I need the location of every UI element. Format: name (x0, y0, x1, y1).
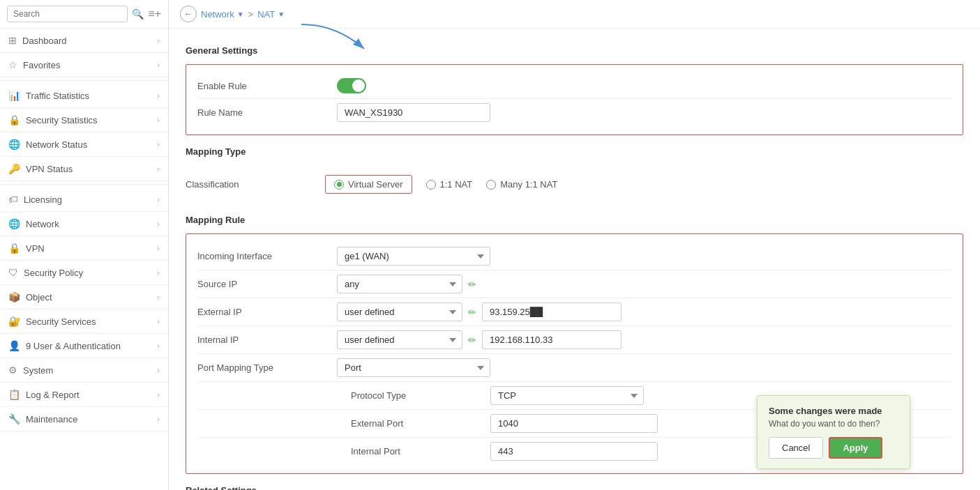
rule-name-label: Rule Name (197, 107, 337, 118)
menu-icon[interactable]: ≡+ (148, 8, 161, 20)
search-icon-button[interactable]: 🔍 (132, 8, 144, 20)
internal-ip-row: Internal IP user defined ✏ (197, 326, 951, 353)
classification-options: Virtual Server 1:1 NAT Many 1:1 NAT (325, 169, 963, 199)
sidebar-item-network-status[interactable]: 🌐Network Status› (0, 132, 168, 157)
dashboard-icon: ⊞ (8, 35, 17, 46)
sidebar-label-object: Object (26, 292, 157, 303)
maintenance-icon: 🔧 (8, 413, 20, 424)
port-mapping-select[interactable]: Port (337, 358, 490, 377)
chevron-icon-log-report: › (157, 390, 160, 399)
sidebar-item-security-statistics[interactable]: 🔒Security Statistics› (0, 108, 168, 132)
sidebar-item-vpn[interactable]: 🔒VPN› (0, 236, 168, 261)
apply-button[interactable]: Apply (829, 437, 882, 459)
chevron-icon-user-authentication: › (157, 342, 160, 350)
popup-subtitle: What do you want to do then? (769, 419, 898, 429)
radio-dot-virtual-server (334, 180, 344, 190)
toggle-track (337, 78, 366, 93)
traffic-statistics-icon: 📊 (8, 90, 20, 101)
external-ip-edit-icon[interactable]: ✏ (468, 307, 476, 318)
back-button[interactable]: ← (180, 6, 197, 22)
breadcrumb-network[interactable]: Network ▼ (201, 9, 244, 20)
enable-rule-toggle[interactable] (337, 78, 366, 93)
sidebar-label-user-authentication: 9 User & Authentication (26, 341, 157, 351)
mapping-rule-title: Mapping Rule (186, 215, 963, 225)
enable-rule-row: Enable Rule (197, 73, 951, 98)
sidebar-item-favorites[interactable]: ☆Favorites› (0, 53, 168, 77)
sidebar-item-security-policy[interactable]: 🛡Security Policy› (0, 261, 168, 285)
chevron-icon-network: › (157, 220, 160, 228)
sidebar-label-traffic-statistics: Traffic Statistics (26, 91, 157, 101)
external-port-input[interactable] (490, 414, 658, 433)
security-policy-icon: 🛡 (8, 267, 18, 278)
sidebar-label-dashboard: Dashboard (22, 36, 157, 46)
sidebar-label-system: System (23, 365, 157, 376)
chevron-icon-dashboard: › (157, 36, 160, 45)
source-ip-select[interactable]: any (337, 275, 462, 293)
incoming-interface-select[interactable]: ge1 (WAN) (337, 247, 490, 266)
chevron-icon-network-status: › (157, 140, 160, 148)
internal-ip-select[interactable]: user defined (337, 330, 462, 349)
enable-rule-label: Enable Rule (197, 81, 337, 91)
protocol-type-select[interactable]: TCP (490, 386, 644, 405)
classification-row: Classification Virtual Server 1:1 NAT Ma… (186, 165, 963, 204)
licensing-icon: 🏷 (8, 194, 18, 205)
chevron-icon-traffic-statistics: › (157, 91, 160, 100)
radio-1-1-nat[interactable]: 1:1 NAT (426, 179, 473, 190)
rule-name-input[interactable] (337, 103, 490, 122)
network-icon: 🌐 (8, 218, 20, 229)
external-ip-label: External IP (197, 307, 337, 317)
sidebar-item-vpn-status[interactable]: 🔑VPN Status› (0, 157, 168, 181)
radio-virtual-server[interactable]: Virtual Server (325, 175, 412, 194)
radio-label-virtual-server: Virtual Server (348, 179, 403, 190)
chevron-down-icon: ▼ (237, 10, 244, 18)
breadcrumb-nat[interactable]: NAT ▼ (257, 9, 285, 20)
sidebar-item-log-report[interactable]: 📋Log & Report› (0, 383, 168, 407)
vpn-icon: 🔒 (8, 243, 20, 254)
protocol-type-label: Protocol Type (351, 390, 490, 401)
general-settings-box: Enable Rule Rule Name (186, 64, 963, 135)
external-ip-select[interactable]: user defined (337, 303, 462, 321)
chevron-icon-maintenance: › (157, 415, 160, 423)
sidebar-item-network[interactable]: 🌐Network› (0, 212, 168, 236)
sidebar-item-security-services[interactable]: 🔐Security Services› (0, 309, 168, 334)
sidebar-item-maintenance[interactable]: 🔧Maintenance› (0, 407, 168, 431)
internal-ip-input[interactable] (482, 330, 621, 349)
sidebar-label-security-services: Security Services (26, 316, 157, 327)
internal-ip-edit-icon[interactable]: ✏ (468, 335, 476, 346)
sidebar-label-network-status: Network Status (26, 139, 157, 150)
sidebar-item-system[interactable]: ⚙System› (0, 358, 168, 383)
search-input[interactable] (7, 6, 128, 22)
sidebar-item-dashboard[interactable]: ⊞Dashboard› (0, 29, 168, 53)
internal-port-label: Internal Port (351, 446, 490, 457)
source-ip-edit-icon[interactable]: ✏ (468, 279, 476, 290)
sidebar-item-object[interactable]: 📦Object› (0, 285, 168, 309)
radio-many-1-1-nat[interactable]: Many 1:1 NAT (486, 179, 557, 190)
port-mapping-label: Port Mapping Type (197, 362, 337, 373)
sidebar-divider (0, 184, 168, 185)
breadcrumb-separator: > (248, 9, 254, 20)
sidebar-label-vpn-status: VPN Status (26, 164, 157, 174)
cancel-button[interactable]: Cancel (769, 437, 823, 459)
internal-port-input[interactable] (490, 442, 658, 461)
sidebar-label-favorites: Favorites (23, 60, 157, 70)
popup-buttons: Cancel Apply (769, 437, 898, 459)
chevron-icon-security-services: › (157, 317, 160, 326)
system-icon: ⚙ (8, 365, 17, 376)
sidebar-label-licensing: Licensing (24, 194, 157, 205)
sidebar-item-traffic-statistics[interactable]: 📊Traffic Statistics› (0, 84, 168, 108)
vpn-status-icon: 🔑 (8, 163, 20, 174)
chevron-down-icon-nat: ▼ (278, 10, 285, 18)
sidebar-label-security-statistics: Security Statistics (26, 115, 157, 125)
chevron-icon-vpn-status: › (157, 164, 160, 173)
sidebar-item-user-authentication[interactable]: 👤9 User & Authentication› (0, 334, 168, 358)
sidebar-label-security-policy: Security Policy (24, 268, 157, 278)
external-ip-input[interactable] (482, 303, 621, 321)
sidebar-label-maintenance: Maintenance (26, 414, 157, 424)
source-ip-control: any ✏ (337, 275, 951, 293)
external-ip-row: External IP user defined ✏ (197, 298, 951, 326)
changes-popup: Some changes were made What do you want … (757, 395, 910, 469)
sidebar-item-licensing[interactable]: 🏷Licensing› (0, 187, 168, 212)
general-settings-title: General Settings (186, 45, 963, 56)
sidebar-items: ⊞Dashboard›☆Favorites›📊Traffic Statistic… (0, 29, 168, 431)
port-mapping-row: Port Mapping Type Port (197, 353, 951, 381)
